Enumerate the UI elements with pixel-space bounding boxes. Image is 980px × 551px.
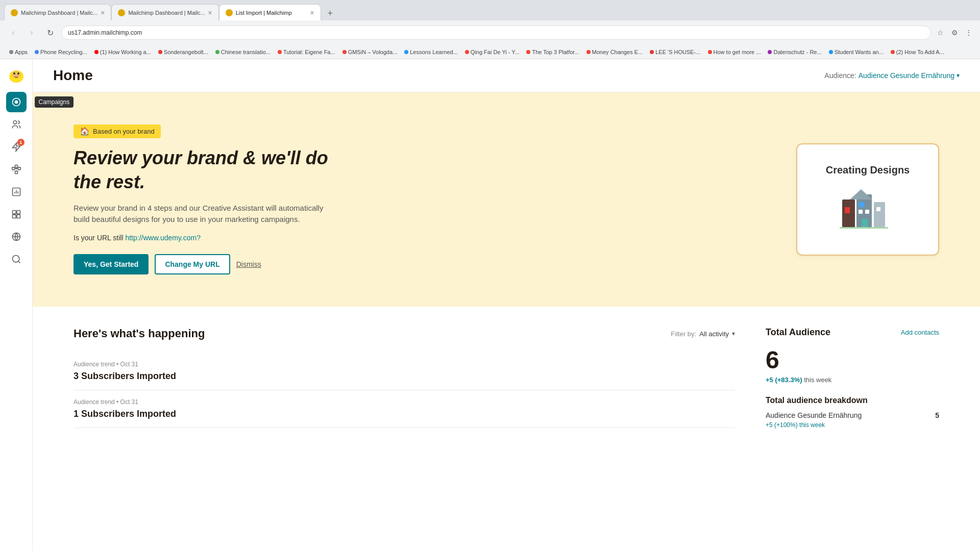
nav-bar: ‹ › ↻ us17.admin.mailchimp.com ☆ ⚙ ⋮ [0,20,980,45]
dismiss-button[interactable]: Dismiss [236,260,261,268]
tab-1-title: Mailchimp Dashboard | Mailc... [21,10,97,16]
extensions-icon[interactable]: ⚙ [949,28,960,38]
bookmark-apps[interactable]: Apps [6,48,31,56]
notification-badge: 1 [17,139,24,146]
bookmark-10[interactable]: Money Changes E... [583,48,646,56]
activity-item-2: Audience trend • Oct 31 1 Subscribers Im… [74,390,735,428]
filter-chevron-icon[interactable]: ▾ [732,330,735,337]
svg-rect-10 [12,167,14,170]
url-bar[interactable]: us17.admin.mailchimp.com [61,26,931,40]
app: Campaigns 1 [0,59,980,551]
bookmark-14[interactable]: Student Wants an... [826,48,887,56]
tab-1-close[interactable]: × [101,9,105,17]
designs-card: Creating Designs [796,143,939,256]
sidebar-item-campaigns[interactable]: Campaigns [6,92,27,112]
add-contacts-link[interactable]: Add contacts [901,329,939,336]
url-text: us17.admin.mailchimp.com [68,29,924,36]
bookmark-1[interactable]: Phone Recycling... [32,48,90,56]
bookmark-2[interactable]: (1) How Working a... [91,48,154,56]
trend-suffix: this week [804,376,831,384]
browser-chrome: Mailchimp Dashboard | Mailc... × Mailchi… [0,0,980,45]
svg-point-3 [13,72,15,74]
yes-get-started-button[interactable]: Yes, Get Started [74,254,149,274]
filter-by: Filter by: All activity ▾ [671,330,735,338]
svg-line-25 [18,261,20,263]
breakdown-item-1: Audience Gesunde Ernährung 5 [766,411,939,419]
sidebar-item-audience[interactable] [6,114,27,135]
sidebar-item-reports[interactable] [6,182,27,202]
forward-button[interactable]: › [24,26,39,40]
svg-rect-21 [16,215,20,218]
audience-chevron-icon[interactable]: ▾ [957,72,960,79]
bookmark-14-icon [829,50,833,54]
bookmark-8[interactable]: Qing Fai De Yi - Y... [462,48,523,56]
change-url-button[interactable]: Change My URL [155,254,230,274]
new-tab-button[interactable]: + [323,6,337,20]
activity-section-title: Here's what's happening [74,327,205,340]
content-icon [11,209,21,219]
svg-rect-11 [18,167,20,170]
bookmark-10-icon [586,50,591,54]
apps-icon [11,232,21,242]
tab-2-close[interactable]: × [208,9,212,17]
tab-3-close[interactable]: × [310,9,314,17]
tab-2[interactable]: Mailchimp Dashboard | Mailc... × [111,4,218,20]
bookmark-8-icon [465,50,469,54]
sidebar-item-content[interactable] [6,204,27,224]
tab-2-favicon [118,9,125,16]
sidebar-item-integrations[interactable] [6,159,27,180]
breakdown-audience-count: 5 [935,411,939,419]
bookmark-5[interactable]: Tutorial: Eigene Fa... [275,48,338,56]
bookmark-11-icon [650,50,654,54]
nav-icons: ☆ ⚙ ⋮ [935,28,974,38]
brand-heading: Review your brand & we'll do the rest. [74,146,339,194]
brand-url-link[interactable]: http://www.udemy.com? [125,234,201,242]
breakdown-audience-name: Audience Gesunde Ernährung [766,411,862,419]
mailchimp-logo[interactable] [6,65,27,86]
tab-3[interactable]: List Import | Mailchimp × [219,4,321,20]
total-audience-title: Total Audience [766,327,830,338]
sidebar-item-automations[interactable]: 1 [6,137,27,157]
audience-selector: Audience: Audience Gesunde Ernährung ▾ [824,71,960,80]
filter-value[interactable]: All activity [699,330,729,338]
designs-card-title: Creating Designs [826,164,910,176]
back-button[interactable]: ‹ [6,26,20,40]
bookmark-6-icon [342,50,347,54]
activity-item-2-title[interactable]: 1 Subscribers Imported [74,409,735,419]
svg-rect-19 [16,211,20,214]
bookmark-11[interactable]: LEE 'S HOUSE-... [647,48,703,56]
bookmark-2-icon [94,50,99,54]
audience-name[interactable]: Audience Gesunde Ernährung [859,71,954,80]
bookmark-15-icon [891,50,895,54]
activity-left: Here's what's happening Filter by: All a… [74,327,735,429]
bookmark-15[interactable]: (2) How To Add A... [888,48,947,56]
bookmark-9[interactable]: The Top 3 Platfor... [523,48,582,56]
reload-button[interactable]: ↻ [43,26,57,40]
sidebar-item-apps[interactable] [6,227,27,247]
bookmark-4[interactable]: Chinese translatio... [212,48,274,56]
bookmark-7[interactable]: Lessons Learned... [401,48,461,56]
svg-rect-26 [842,199,855,228]
svg-point-7 [14,101,18,104]
bookmark-apps-icon [9,50,13,54]
bookmark-12-icon [708,50,712,54]
page-title: Home [53,67,93,84]
bookmark-12[interactable]: How to get more ... [705,48,764,56]
designs-card-illustration [837,184,898,235]
search-icon [11,254,21,264]
bookmark-6[interactable]: GMSiN – Vologda... [339,48,401,56]
activity-item-1-title[interactable]: 3 Subscribers Imported [74,371,735,382]
svg-rect-30 [845,207,850,213]
menu-icon[interactable]: ⋮ [964,28,974,38]
tab-1[interactable]: Mailchimp Dashboard | Mailc... × [4,4,111,20]
sidebar-item-search[interactable] [6,249,27,269]
bookmark-13[interactable]: Datenschutz - Re... [765,48,824,56]
bookmark-icon[interactable]: ☆ [935,28,945,38]
bookmark-3[interactable]: Sonderangebolt... [155,48,211,56]
tab-3-favicon [226,9,233,16]
integrations-icon [11,164,21,174]
bookmark-9-icon [526,50,530,54]
svg-rect-18 [12,211,16,214]
activity-item-1: Audience trend • Oct 31 3 Subscribers Im… [74,353,735,390]
svg-rect-33 [865,210,869,214]
